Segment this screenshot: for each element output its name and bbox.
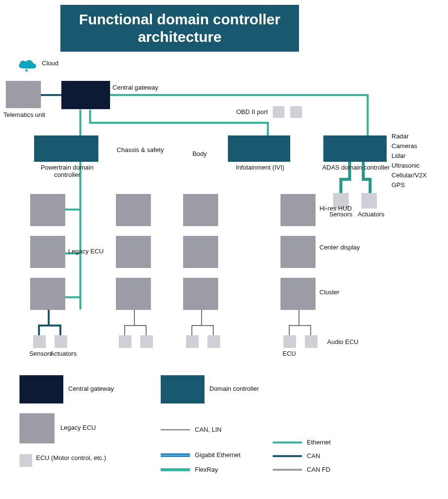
label-act-c1: Actuators: [49, 350, 78, 357]
legend-box-smallecu: [19, 454, 32, 467]
label-cell: Cellular/V2X: [392, 172, 427, 179]
label-dc-chassis: Chassis & safety: [112, 146, 168, 154]
label-dc-ivi: Infotainment (IVI): [221, 164, 299, 171]
legend-label-canfd: CAN FD: [307, 466, 330, 473]
node-ecu-c1r3: [30, 278, 65, 310]
label-cam: Cameras: [392, 142, 417, 150]
ecu-tiny-c1b: [55, 335, 67, 348]
node-ecu-c3r3: [183, 278, 218, 310]
ecu-tiny-c1a: [33, 335, 46, 348]
label-gps: GPS: [392, 181, 405, 189]
label-radar: Radar: [392, 133, 409, 140]
label-lidar: Lidar: [392, 152, 406, 159]
node-dc-powertrain: [34, 135, 98, 162]
node-dc-adas: [323, 135, 387, 162]
label-telematics: Telematics unit: [0, 111, 49, 118]
legend-label-dc: Domain controller: [209, 385, 259, 392]
node-ecu-c2r1: [116, 194, 151, 226]
label-cluster: Cluster: [319, 288, 368, 296]
legend-label-can: CAN: [307, 452, 320, 460]
label-central-gateway: Central gateway: [111, 84, 160, 91]
node-telematics: [6, 81, 41, 108]
label-ultra: Ultrasonic: [392, 162, 420, 169]
node-ecu-c4r3: [280, 278, 316, 310]
legend-label-flexray: FlexRay: [195, 466, 218, 473]
node-ecu-c3r2: [183, 236, 218, 268]
node-ecu-c4r2: [280, 236, 316, 268]
legend-label-gateway: Central gateway: [68, 385, 114, 392]
ecu-tiny-c4a: [283, 335, 296, 348]
legend-label-legacy: Legacy ECU: [60, 424, 96, 431]
node-ecu-c2r3: [116, 278, 151, 310]
legend-box-ecu: [19, 413, 55, 443]
node-dc-ivi: [228, 135, 290, 162]
legend-label-eth: Ethernet: [307, 439, 331, 446]
node-obd-1: [273, 106, 284, 118]
ecu-tiny-c3b: [207, 335, 220, 348]
legend-label-gig: Gigabit Ethernet: [195, 451, 241, 459]
node-ecu-c1r2: [30, 236, 65, 268]
label-hud: Hi-res HUD: [319, 205, 368, 212]
ecu-tiny-c2b: [140, 335, 153, 348]
label-display: Center display: [319, 244, 378, 251]
page-title: Functional domain controller architectur…: [60, 5, 299, 52]
label-obd: OBD II port: [224, 108, 268, 115]
legend-box-gateway: [19, 375, 63, 403]
title-text: Functional domain controller architectur…: [70, 11, 289, 46]
ecu-tiny-c3a: [186, 335, 199, 348]
label-audio: Audio ECU: [323, 338, 362, 345]
label-dc-adas: ADAS domain controller: [319, 164, 392, 171]
cloud-icon: [16, 58, 39, 72]
label-dc-body: Body: [180, 150, 219, 157]
node-obd-2: [290, 106, 302, 118]
node-ecu-c3r1: [183, 194, 218, 226]
ecu-tiny-c4b: [305, 335, 317, 348]
node-ecu-c2r2: [116, 236, 151, 268]
legend-box-dc: [161, 375, 205, 403]
node-ecu-c1r1: [30, 194, 65, 226]
legend-label-smallecu: ECU (Motor control, etc.): [36, 454, 133, 461]
node-central-gateway: [61, 81, 110, 109]
label-dc-powertrain: Powertrain domain controller: [29, 164, 105, 178]
cloud-label: Cloud: [42, 59, 58, 67]
node-ecu-c4r1: [280, 194, 316, 226]
label-ecu-c4a: ECU: [274, 350, 305, 357]
label-ecu: Legacy ECU: [68, 248, 117, 255]
ecu-tiny-c2a: [119, 335, 131, 348]
legend-label-canlin: CAN, LIN: [195, 426, 222, 433]
